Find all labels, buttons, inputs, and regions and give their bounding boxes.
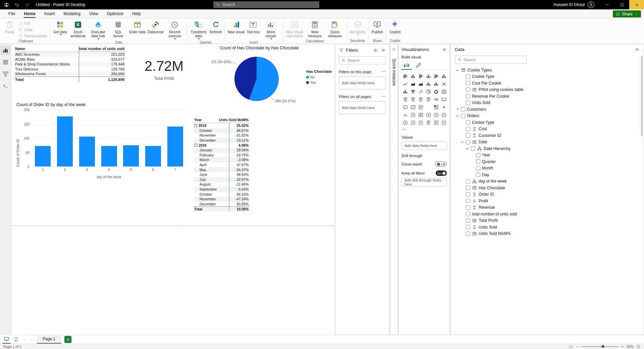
table-visual-icon[interactable] [425, 103, 432, 111]
previous-page-button[interactable] [21, 336, 27, 343]
100-stacked-bar-chart-visual-icon[interactable] [432, 72, 440, 80]
fit-to-page-icon[interactable] [637, 345, 641, 349]
waterfall-chart-visual-icon[interactable] [401, 88, 409, 95]
stacked-area-chart-visual-icon[interactable] [417, 80, 424, 88]
key-influencers-visual-icon[interactable] [409, 111, 417, 118]
r-script-visual-visual-icon[interactable]: R [440, 103, 447, 111]
field-row-units-sold[interactable]: Units Sold [455, 224, 640, 231]
metrics-visual-icon[interactable] [440, 111, 447, 118]
column-header[interactable]: Name [15, 47, 25, 51]
expand-chevron-icon[interactable] [461, 140, 464, 144]
enter-data-button[interactable]: Enter data [128, 19, 147, 34]
bar-chart-visual[interactable]: Count of Order ID by day of the week Cou… [14, 102, 198, 182]
field-row-prfoit-using-cookies-table[interactable]: Prfoit using cookies table [455, 87, 640, 93]
values-drop-area[interactable]: Add data fields here [401, 141, 447, 150]
field-row-quarter[interactable]: Quarter [455, 158, 640, 165]
matrix-row[interactable]: September-5.64% [194, 187, 249, 192]
field-row-month[interactable]: Month [455, 165, 640, 172]
field-checkbox[interactable] [466, 225, 470, 229]
more-options-icon[interactable] [381, 69, 386, 74]
treemap-visual-icon[interactable] [440, 88, 447, 95]
hierarchy-slicer-visual-icon[interactable] [432, 119, 440, 126]
text-box-button[interactable]: Text box [246, 19, 261, 34]
field-checkbox[interactable] [476, 159, 480, 164]
filters-drop-area[interactable]: Add data fields here [339, 77, 386, 89]
card-visual-icon[interactable] [440, 96, 447, 103]
field-checkbox[interactable] [466, 199, 470, 203]
100-stacked-column-chart-visual-icon[interactable] [440, 72, 447, 80]
total-profit-card[interactable]: 2.72M Total Profit [135, 58, 193, 81]
expand-chevron-icon[interactable] [455, 68, 459, 72]
bar-day-6[interactable] [145, 146, 161, 166]
keep-all-filters-toggle[interactable]: On [436, 170, 447, 176]
field-checkbox[interactable] [466, 212, 470, 216]
collapse-toggle-icon[interactable] [194, 124, 197, 127]
field-row-cost[interactable]: Cost [455, 126, 640, 133]
field-row-units-sold[interactable]: Units Sold [455, 100, 640, 106]
collapse-toggle-icon[interactable] [194, 144, 197, 147]
expand-chevron-icon[interactable] [455, 114, 459, 118]
refresh-button[interactable]: Refresh [209, 19, 223, 34]
dataverse-button[interactable]: Dataverse [147, 19, 165, 34]
sensitivity-button[interactable]: Sensitivity [349, 19, 367, 36]
line-and-clustered-column-chart-visual-icon[interactable] [432, 80, 440, 88]
menu-tab-file[interactable]: File [4, 10, 19, 17]
matrix-row[interactable]: July-32.87% [194, 177, 249, 182]
scatter-chart-visual-icon[interactable] [417, 88, 424, 95]
table-row[interactable]: ABC Groceries221,023 [14, 52, 126, 57]
stacked-column-chart-visual-icon[interactable] [409, 72, 417, 80]
azure-map-visual-icon[interactable] [417, 96, 424, 103]
cut-button[interactable]: Cut [17, 20, 49, 26]
matrix-row[interactable]: December-19.11% [194, 138, 249, 143]
power-automate-visual-icon[interactable] [417, 119, 424, 126]
clustered-column-chart-visual-icon[interactable] [425, 72, 432, 80]
filled-map-visual-icon[interactable] [409, 96, 417, 103]
field-row-revenue-per-cookie[interactable]: Revenue Per Cookie [455, 93, 640, 100]
matrix-row[interactable]: March-3.08% [194, 157, 249, 162]
table-row[interactable]: Park & Shop Convenience Stores179,448 [14, 62, 126, 67]
save-icon[interactable] [4, 2, 9, 7]
pie-chart[interactable] [234, 57, 279, 101]
titlebar-search-input[interactable] [222, 2, 317, 7]
fit-to-window-icon[interactable] [569, 345, 573, 349]
field-checkbox[interactable] [471, 146, 475, 151]
filters-drop-area[interactable]: Add data fields here [339, 101, 386, 114]
field-checkbox[interactable] [461, 107, 465, 111]
mobile-layout-button[interactable] [12, 336, 20, 344]
field-checkbox[interactable] [466, 140, 470, 144]
report-view-button[interactable] [1, 46, 9, 54]
zoom-in-button[interactable]: + [621, 344, 624, 349]
dax-query-view-button[interactable] [1, 82, 9, 90]
menu-tab-modeling[interactable]: Modeling [59, 10, 85, 17]
new-measure-button[interactable]: New measure [305, 19, 325, 39]
matrix-row[interactable]: December83.89% [194, 202, 249, 207]
line-and-stacked-column-chart-visual-icon[interactable] [425, 80, 432, 88]
redo-icon[interactable] [25, 2, 30, 7]
smart-narrative-visual-icon[interactable] [432, 111, 440, 118]
matrix-row[interactable]: May-34.37% [194, 167, 249, 172]
field-checkbox[interactable] [466, 120, 470, 124]
model-view-button[interactable] [1, 70, 9, 78]
report-page[interactable]: Nametotal number of units soldABC Grocer… [12, 45, 334, 226]
drill-through-drop-area[interactable]: Add drill-through fields here [401, 178, 447, 187]
field-row-date-hierarchy[interactable]: Date Hierarchy [455, 145, 640, 152]
page-tab[interactable]: Page 1 [37, 335, 61, 344]
pie-chart-visual-icon[interactable] [425, 88, 432, 95]
table-row[interactable]: ACME Bites329,677 [14, 57, 126, 62]
field-checkbox[interactable] [466, 192, 470, 197]
matrix-visual[interactable]: YearUnits Sold MoM%201925.02%October88.9… [194, 117, 249, 211]
zoom-out-button[interactable]: − [576, 344, 578, 349]
decomposition-tree-visual-icon[interactable] [417, 111, 424, 118]
legend-item[interactable]: No [306, 75, 332, 79]
field-row-total-profit[interactable]: Total Profit [455, 217, 640, 224]
recent-sources-button[interactable]: Recent sources [165, 19, 185, 40]
user-avatar[interactable] [588, 1, 594, 8]
field-checkbox[interactable] [466, 94, 470, 98]
field-row-day-of-the-week[interactable]: day of the week [455, 178, 640, 185]
tab-build-visual[interactable] [401, 60, 412, 70]
cross-report-toggle[interactable]: Off [435, 161, 447, 167]
stacked-bar-chart-visual-icon[interactable] [401, 72, 409, 80]
table-row[interactable]: Tres Delicious128,769 [14, 67, 126, 72]
map-visual-icon[interactable] [401, 96, 409, 103]
field-row-date[interactable]: Date [455, 139, 640, 146]
